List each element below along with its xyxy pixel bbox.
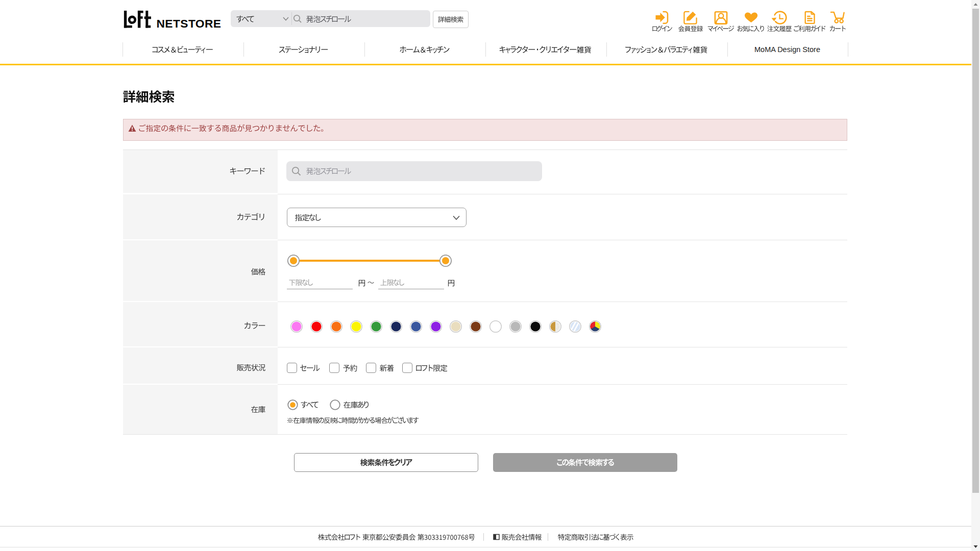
svg-text:NETSTORE: NETSTORE — [157, 17, 222, 29]
